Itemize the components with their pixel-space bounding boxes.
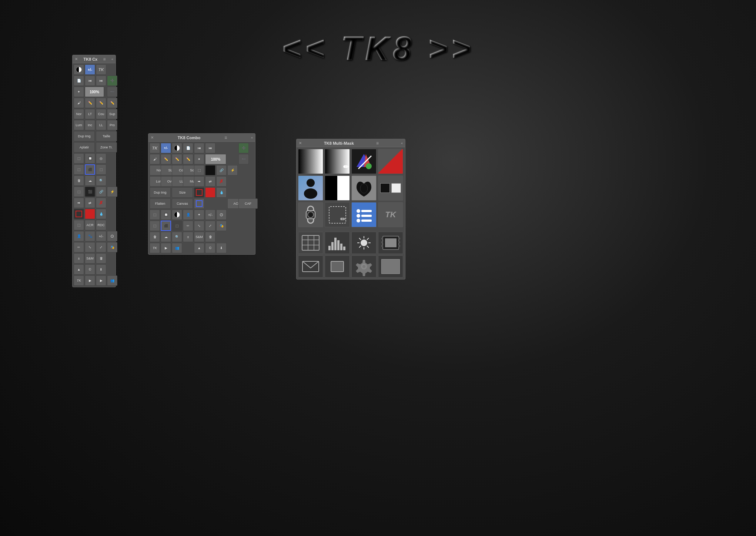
btn-download[interactable]: ⬇: [96, 264, 106, 275]
combo-btn-size[interactable]: Size: [172, 187, 193, 198]
mm-btn-two-squares[interactable]: [378, 175, 403, 201]
mm-btn-dashed-pencil[interactable]: ✏: [325, 202, 350, 227]
combo-btn-triangle2[interactable]: ▲: [194, 243, 204, 253]
btn-inc[interactable]: Inc: [85, 120, 95, 130]
btn-tk[interactable]: TK: [96, 64, 106, 75]
btn-100pct[interactable]: 100%: [85, 87, 104, 97]
combo-btn-expand2[interactable]: ⤡: [194, 221, 204, 231]
btn-lum[interactable]: Lum: [74, 120, 84, 130]
combo-btn-sel-rect[interactable]: [194, 198, 204, 209]
btn-next[interactable]: ⏭: [96, 76, 106, 86]
btn-copy3[interactable]: ⬚: [96, 164, 106, 175]
btn-aplatir[interactable]: Aplatir: [74, 142, 95, 153]
btn-arrow-r[interactable]: ➡: [74, 198, 84, 208]
btn-taille[interactable]: Taille: [96, 131, 117, 141]
combo-btn-minus[interactable]: ➖: [238, 154, 249, 164]
combo-btn-dupimg[interactable]: Dup Img: [150, 187, 171, 198]
btn-lt[interactable]: LT: [85, 109, 95, 119]
combo-btn-trash4[interactable]: 🗑: [205, 232, 215, 242]
panel-multimask-collapse[interactable]: «: [401, 141, 403, 145]
btn-cloud[interactable]: ☁: [85, 175, 95, 186]
combo-btn-brush3[interactable]: ✏️: [172, 154, 182, 164]
combo-btn-next[interactable]: ⏭: [205, 143, 215, 153]
mm-btn-flower[interactable]: [351, 175, 377, 201]
combo-btn-prev[interactable]: ⏮: [194, 143, 204, 153]
combo-btn-transform[interactable]: ✦: [194, 154, 204, 164]
mm-btn-triangle-corner[interactable]: [378, 149, 403, 174]
panel-combo-menu[interactable]: ≡: [224, 135, 227, 140]
panel-multimask-close[interactable]: ✕: [299, 141, 302, 145]
mm-btn-filmstrip[interactable]: [378, 232, 403, 254]
btn-transform[interactable]: ✦: [74, 87, 84, 97]
mm-btn-list[interactable]: [351, 202, 377, 227]
btn-sup[interactable]: Sup: [107, 109, 117, 119]
mm-btn-bw-square[interactable]: [325, 175, 350, 201]
panel-cx-collapse[interactable]: «: [111, 57, 113, 61]
combo-btn-copy2[interactable]: ⬛: [161, 221, 171, 231]
btn-sel-rect[interactable]: ⬚: [74, 220, 84, 230]
combo-btn-lightning2[interactable]: ⚡: [227, 165, 238, 175]
combo-btn-plusminus5[interactable]: ±: [183, 232, 193, 242]
combo-btn-newdoc[interactable]: 📄: [183, 143, 193, 153]
combo-btn-circle4[interactable]: ⊙: [216, 210, 227, 220]
btn-circle2[interactable]: ⊙: [107, 231, 117, 241]
btn-shrink[interactable]: ⤢: [96, 242, 106, 252]
combo-btn-canvas[interactable]: Canvas: [172, 198, 193, 209]
btn-trash2[interactable]: 🗑: [96, 253, 106, 264]
combo-btn-copy3[interactable]: ⬚: [172, 221, 182, 231]
btn-minus[interactable]: ➖: [107, 87, 117, 97]
mm-btn-color-pencil[interactable]: [351, 149, 377, 174]
btn-ll[interactable]: LL: [96, 120, 106, 130]
btn-rdc[interactable]: RDC: [96, 220, 106, 230]
btn-copy1[interactable]: ⬚: [74, 164, 84, 175]
btn-link[interactable]: 🔗: [96, 187, 106, 197]
combo-btn-mask7[interactable]: 🎭: [216, 221, 227, 231]
btn-lightning[interactable]: ⚡: [107, 187, 117, 197]
combo-btn-add[interactable]: ➕: [238, 143, 249, 153]
btn-mask1[interactable]: ⬚: [74, 153, 84, 164]
mm-btn-gear[interactable]: [351, 255, 377, 278]
btn-solid-red[interactable]: [85, 209, 95, 219]
combo-btn-person4[interactable]: 👥: [172, 243, 182, 253]
combo-btn-person3[interactable]: 👤: [183, 210, 193, 220]
btn-brush-gray[interactable]: ✏️: [107, 98, 117, 108]
combo-btn-sm[interactable]: S&M: [194, 232, 204, 242]
combo-btn-arrowlr[interactable]: ⇄: [205, 176, 215, 187]
combo-btn-tk3[interactable]: TK: [150, 243, 160, 253]
btn-paw[interactable]: 🐾: [85, 231, 95, 241]
btn-add[interactable]: ➕: [107, 76, 117, 86]
panel-multimask-menu[interactable]: ≡: [376, 141, 379, 146]
panel-combo-collapse[interactable]: «: [251, 136, 253, 140]
btn-mask3[interactable]: ◎: [96, 153, 106, 164]
combo-btn-brush1[interactable]: 🖌: [150, 154, 160, 164]
combo-btn-drop[interactable]: 💧: [216, 187, 227, 198]
panel-cx-close[interactable]: ✕: [75, 57, 78, 61]
combo-btn-flatten[interactable]: Flatten: [150, 198, 171, 209]
combo-btn-100pct[interactable]: 100%: [205, 154, 226, 164]
combo-btn-rect-red[interactable]: [194, 187, 204, 198]
combo-btn-shrink2[interactable]: ⤢: [205, 221, 215, 231]
btn-prev[interactable]: ⏮: [85, 76, 95, 86]
btn-brush-green[interactable]: ✏️: [96, 98, 106, 108]
combo-btn-sel[interactable]: ⬚: [194, 165, 204, 175]
btn-arrows-lr[interactable]: ⇄: [85, 198, 95, 208]
mm-btn-brightness[interactable]: [351, 232, 377, 254]
btn-cou[interactable]: Cou: [96, 109, 106, 119]
btn-play[interactable]: ▶: [85, 275, 95, 286]
mm-btn-single-rect[interactable]: [325, 255, 350, 278]
combo-btn-arrowr[interactable]: ➡: [194, 176, 204, 187]
btn-zone-tr[interactable]: Zone Tr.: [96, 142, 117, 153]
combo-btn-download2[interactable]: ⬇: [216, 243, 227, 253]
combo-btn-tk[interactable]: TK: [150, 143, 160, 153]
btn-acr[interactable]: ACR: [85, 220, 95, 230]
mm-btn-grid[interactable]: [298, 232, 323, 254]
combo-btn-plusminus[interactable]: +/-: [161, 143, 171, 153]
btn-play2[interactable]: ▶: [96, 275, 106, 286]
mm-btn-envelope[interactable]: [298, 255, 323, 278]
combo-btn-copyright2[interactable]: ©: [205, 243, 215, 253]
combo-btn-link2[interactable]: 🔗: [216, 165, 227, 175]
combo-btn-copy1[interactable]: ⬚: [150, 221, 160, 231]
btn-plus-minus[interactable]: +/-: [85, 64, 95, 75]
btn-pencil2[interactable]: ✏: [74, 242, 84, 252]
btn-x-red[interactable]: ✗: [96, 198, 106, 208]
